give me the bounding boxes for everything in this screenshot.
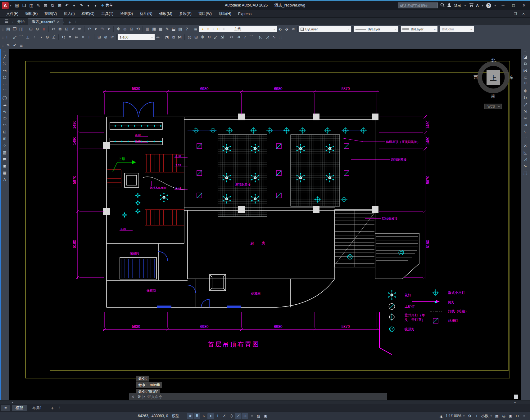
menu-3[interactable]: 插入(I) (61, 11, 78, 17)
tab-layout1[interactable]: 布局1 (29, 405, 46, 411)
user-icon[interactable] (447, 3, 451, 8)
edit-text-icon[interactable]: ✎ (5, 42, 11, 48)
continue-dimension-icon[interactable]: ⊨ (73, 34, 79, 40)
join-icon[interactable]: ⨯ (522, 142, 529, 149)
command-close-icon[interactable]: ✕ (130, 395, 136, 399)
toolbar-grip[interactable]: ⣿ (2, 35, 4, 39)
save-icon[interactable]: ◫ (18, 26, 24, 32)
transparency-icon[interactable]: ▨ (255, 413, 262, 419)
command-customize-icon[interactable]: ⚒ (136, 395, 142, 399)
arc-length-dimension-icon[interactable]: ⌒ (18, 34, 24, 40)
match-properties-icon[interactable]: ✐ (70, 26, 76, 32)
stretch-icon[interactable]: ⇲ (522, 108, 529, 115)
annotation-visibility-icon[interactable]: ◮ (438, 413, 444, 419)
close-button[interactable]: ✕ (520, 3, 528, 8)
baseline-dimension-icon[interactable]: ≡ (67, 34, 73, 40)
qat-menu-icon[interactable]: ▾ (93, 2, 99, 9)
angular-dimension-icon[interactable]: ∠ (51, 34, 57, 40)
plot-style-dropdown[interactable]: ByColor ⌄ (440, 26, 474, 32)
zoom-realtime-icon[interactable]: ⊕ (122, 26, 128, 32)
offset-icon[interactable]: ◎ (186, 34, 193, 40)
layer-thaw-sun-icon[interactable]: ☀ (206, 27, 211, 32)
units-caret-icon[interactable]: ▾ (490, 414, 492, 418)
menu-12[interactable]: Express (235, 11, 255, 17)
lineweight-display-icon[interactable]: ≡ (248, 413, 255, 419)
print-icon[interactable]: ⊞ (57, 2, 63, 9)
explode-icon[interactable]: ⬚ (522, 170, 529, 176)
zoom-previous-icon[interactable]: ⟲ (135, 26, 141, 32)
copy-clip-icon[interactable]: ⧉ (57, 26, 63, 32)
fillet-icon[interactable]: ◿ (264, 34, 270, 40)
undo-caret-icon[interactable]: ▾ (93, 26, 99, 32)
save-icon[interactable]: ◫ (28, 2, 34, 9)
viewport-scale-caret-icon[interactable]: ▾ (463, 414, 465, 418)
undo-icon[interactable]: ↶ (64, 2, 70, 9)
move-icon[interactable]: ✥ (199, 34, 206, 40)
file-tab-menu-icon[interactable]: ☰ (1, 18, 12, 25)
scrollbar-thumb[interactable] (267, 401, 401, 404)
layer-translate-icon[interactable]: ≣ (18, 42, 24, 48)
menu-2[interactable]: 视图(V) (41, 11, 60, 17)
spline-icon[interactable]: ∿ (1, 108, 8, 115)
open-from-web-icon[interactable]: ⧉ (50, 2, 56, 9)
help-icon[interactable]: ? (486, 3, 491, 8)
lineweight-dropdown[interactable]: ByLayer ⌄ (401, 26, 437, 32)
lineweight-dropdown-caret-icon[interactable]: ⌄ (434, 28, 436, 31)
quick-calc-icon[interactable]: ▧ (177, 26, 183, 32)
layer-states-icon[interactable]: ≋ (290, 26, 296, 32)
construction-line-icon[interactable]: ⤫ (1, 60, 8, 67)
help-icon[interactable]: ? (183, 26, 190, 32)
rotate-icon[interactable]: ↻ (522, 95, 529, 101)
sheet-set-manager-icon[interactable]: ✎ (164, 26, 170, 32)
open-folder-icon[interactable]: ❒ (11, 26, 18, 32)
trim-icon[interactable]: ✂ (522, 115, 529, 122)
offset-icon[interactable]: ⊂ (522, 74, 529, 81)
new-file-icon[interactable]: ▤ (14, 2, 20, 9)
menu-8[interactable]: 修改(M) (156, 11, 175, 17)
scroll-right-icon[interactable]: ▸ (513, 400, 518, 404)
extend-icon[interactable]: ⇥ (522, 122, 529, 128)
menu-1[interactable]: 编辑(E) (22, 11, 41, 17)
hatch-icon[interactable]: ▨ (1, 149, 8, 156)
jogged-dimension-icon[interactable]: ◑ (38, 34, 44, 40)
edit-block-icon[interactable]: ✑ (76, 26, 83, 32)
layer-unlock-icon[interactable]: ⊔ (216, 27, 221, 32)
spline-edit-icon[interactable]: ∿ (522, 163, 529, 169)
menu-6[interactable]: 绘图(D) (117, 11, 136, 17)
scroll-left-icon[interactable]: ◂ (10, 400, 15, 404)
revision-cloud-icon[interactable]: ☁ (1, 101, 8, 108)
aligned-dimension-icon[interactable]: ⤢ (11, 34, 18, 40)
break-at-point-icon[interactable]: ⑂ (522, 129, 529, 135)
clean-screen-icon[interactable]: ⊡ (514, 413, 521, 419)
make-object-layer-current-icon[interactable]: ⬖ (277, 26, 283, 32)
multiline-text-icon[interactable]: A (1, 176, 8, 183)
open-folder-icon[interactable]: ❒ (21, 2, 27, 9)
tab-start[interactable]: 开始 (14, 18, 28, 25)
dim-style-dropdown-caret-icon[interactable]: ⌄ (151, 36, 153, 39)
search-icon[interactable] (440, 3, 445, 8)
fillet-icon[interactable]: ◿ (522, 156, 529, 163)
object-snap-icon[interactable]: ⊙ (242, 413, 248, 419)
break-icon[interactable]: ⌒ (522, 136, 529, 142)
rectangle-icon[interactable]: ▭ (1, 81, 8, 87)
horizontal-scrollbar[interactable]: ◂ ▸ (0, 400, 530, 404)
new-tab-button[interactable]: ＋ (65, 19, 75, 25)
viewport-scale-button[interactable]: 1:1/100% (446, 414, 461, 418)
layer-on-bulb-icon[interactable]: ● (200, 27, 205, 32)
object-snap-tracking-icon[interactable]: ⟋ (235, 413, 241, 419)
rotate-icon[interactable]: ↻ (206, 34, 212, 40)
table-icon[interactable]: ▦ (1, 170, 8, 176)
quick-properties-icon[interactable]: ▤ (494, 413, 500, 419)
customization-menu-icon[interactable]: ≡ (521, 413, 528, 419)
drawing-canvas[interactable]: 上楼 (9, 49, 521, 400)
layer-previous-icon[interactable]: ⬗ (283, 26, 290, 32)
toolbar-grip[interactable]: ⣿ (2, 43, 4, 47)
application-menu-button[interactable]: A (2, 2, 9, 9)
search-input[interactable] (398, 2, 438, 8)
autodesk-app-icon[interactable]: A (476, 3, 479, 8)
design-center-icon[interactable]: ▦ (151, 26, 157, 32)
cut-clip-icon[interactable]: ✂ (50, 26, 57, 32)
dimension-break-icon[interactable]: ⊦ (86, 34, 93, 40)
create-block-icon[interactable]: ⊞ (1, 136, 8, 142)
gradient-icon[interactable]: ⬒ (1, 156, 8, 163)
